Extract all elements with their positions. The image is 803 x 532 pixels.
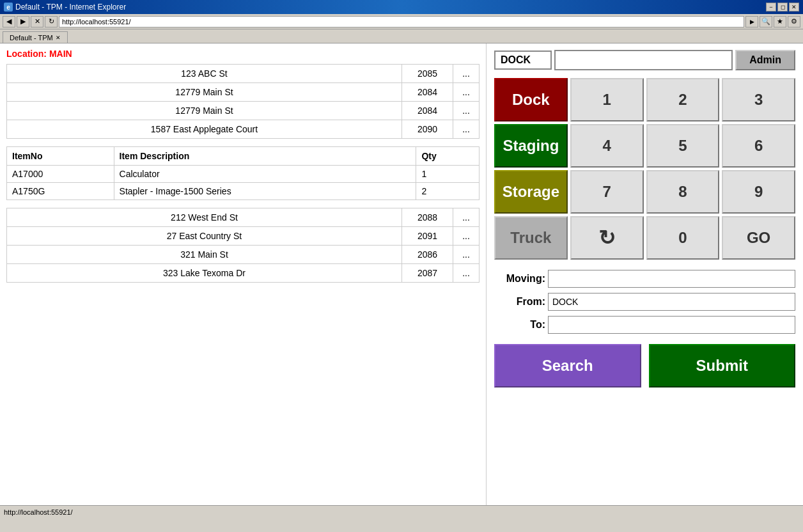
item-qty-cell: 1 <box>416 166 479 183</box>
key-9[interactable]: 9 <box>722 170 795 214</box>
key-go[interactable]: GO <box>722 216 795 260</box>
restore-button[interactable]: ◻ <box>777 3 788 12</box>
tab-close-button[interactable]: ✕ <box>56 35 61 41</box>
address-num: 2091 <box>402 227 453 245</box>
items-table: ItemNo Item Description Qty A17000 Calcu… <box>7 147 479 199</box>
moving-input[interactable] <box>548 270 795 288</box>
title-left: e Default - TPM - Internet Explorer <box>4 3 126 12</box>
address-go-button[interactable]: ▶ <box>745 16 758 27</box>
submit-button[interactable]: Submit <box>649 344 796 387</box>
back-button[interactable]: ◀ <box>3 16 15 27</box>
address-row: 212 West End St 2088 ... <box>7 208 479 227</box>
address-row: 123 ABC St 2085 ... <box>7 65 479 83</box>
address-dots-button[interactable]: ... <box>453 102 479 120</box>
address-row: 323 Lake Texoma Dr 2087 ... <box>7 264 479 282</box>
from-input[interactable] <box>548 293 795 311</box>
location-header: Location: MAIN <box>6 49 479 59</box>
content-area: Location: MAIN 123 ABC St 2085 ... 12779… <box>0 43 803 505</box>
items-table-header: ItemNo Item Description Qty <box>7 147 479 166</box>
window-controls[interactable]: − ◻ ✕ <box>766 3 799 12</box>
address-dots-button[interactable]: ... <box>453 120 479 138</box>
key-staging[interactable]: Staging <box>494 124 568 168</box>
address-num: 2084 <box>402 102 453 120</box>
bottom-address-list: 212 West End St 2088 ... 27 East Country… <box>6 208 479 283</box>
address-cell: 123 ABC St <box>7 65 402 82</box>
address-cell: 12779 Main St <box>7 83 402 101</box>
address-row: 27 East Country St 2091 ... <box>7 227 479 246</box>
address-input[interactable] <box>62 18 741 26</box>
address-num: 2088 <box>402 208 453 226</box>
address-bar[interactable] <box>59 16 744 27</box>
dock-row: Admin <box>494 50 795 70</box>
address-num: 2087 <box>402 264 453 282</box>
window-title-bar: e Default - TPM - Internet Explorer − ◻ … <box>0 0 803 14</box>
address-cell: 323 Lake Texoma Dr <box>7 264 402 282</box>
address-dots-button[interactable]: ... <box>453 65 479 82</box>
items-table-wrap: ItemNo Item Description Qty A17000 Calcu… <box>6 146 479 200</box>
tab-bar: Default - TPM ✕ <box>0 29 803 43</box>
address-row: 12779 Main St 2084 ... <box>7 83 479 102</box>
item-desc-cell: Calculator <box>114 166 416 183</box>
key-7[interactable]: 7 <box>570 170 644 214</box>
refresh-button[interactable]: ↻ <box>45 16 58 27</box>
location-value: MAIN <box>49 49 72 59</box>
address-row: 1587 East Applegate Court 2090 ... <box>7 120 479 138</box>
ie-icon: e <box>4 3 13 12</box>
minimize-button[interactable]: − <box>766 3 776 12</box>
settings-icon[interactable]: ⚙ <box>788 16 800 27</box>
dock-secondary-input[interactable] <box>554 50 733 70</box>
stop-button[interactable]: ✕ <box>31 16 43 27</box>
from-label: From: <box>494 296 545 308</box>
address-num: 2086 <box>402 246 453 263</box>
item-no-cell: A1750G <box>7 183 114 200</box>
items-header-row: ItemNo Item Description Qty <box>7 147 479 166</box>
browser-tab[interactable]: Default - TPM ✕ <box>3 31 68 43</box>
address-dots-button[interactable]: ... <box>453 208 479 226</box>
key-6[interactable]: 6 <box>722 124 795 168</box>
address-dots-button[interactable]: ... <box>453 83 479 101</box>
moving-label: Moving: <box>494 273 545 285</box>
status-url: http://localhost:55921/ <box>4 508 73 516</box>
address-cell: 1587 East Applegate Court <box>7 120 402 138</box>
location-label: Location: <box>6 49 47 59</box>
dock-input[interactable] <box>494 51 552 70</box>
address-dots-button[interactable]: ... <box>453 227 479 245</box>
key-5[interactable]: 5 <box>646 124 720 168</box>
from-row: From: <box>494 293 795 311</box>
table-row: A1750G Stapler - Image-1500 Series 2 <box>7 183 479 200</box>
address-cell: 212 West End St <box>7 208 402 226</box>
col-description: Item Description <box>114 147 416 166</box>
search-icon[interactable]: 🔍 <box>760 16 772 27</box>
key-8[interactable]: 8 <box>646 170 720 214</box>
favorites-icon[interactable]: ★ <box>774 16 786 27</box>
key-dock[interactable]: Dock <box>494 78 568 121</box>
admin-button[interactable]: Admin <box>735 50 795 70</box>
key-storage[interactable]: Storage <box>494 170 568 214</box>
address-dots-button[interactable]: ... <box>453 264 479 282</box>
address-num: 2090 <box>402 120 453 138</box>
status-bar: http://localhost:55921/ <box>0 505 803 518</box>
key-0[interactable]: 0 <box>646 216 720 260</box>
to-input[interactable] <box>548 316 795 334</box>
key-2[interactable]: 2 <box>646 78 720 121</box>
close-button[interactable]: ✕ <box>789 3 799 12</box>
key-3[interactable]: 3 <box>722 78 795 121</box>
address-row: 12779 Main St 2084 ... <box>7 102 479 120</box>
address-cell: 12779 Main St <box>7 102 402 120</box>
key-1[interactable]: 1 <box>570 78 644 121</box>
right-panel: Admin Dock 1 2 3 Staging 4 5 6 Storage 7… <box>486 43 803 505</box>
forward-button[interactable]: ▶ <box>17 16 29 27</box>
key-backspace[interactable]: ↻ <box>570 216 644 260</box>
address-cell: 27 East Country St <box>7 227 402 245</box>
left-panel: Location: MAIN 123 ABC St 2085 ... 12779… <box>0 43 486 505</box>
window-title: Default - TPM - Internet Explorer <box>15 3 126 12</box>
key-4[interactable]: 4 <box>570 124 644 168</box>
key-truck[interactable]: Truck <box>494 216 568 260</box>
moving-row: Moving: <box>494 270 795 288</box>
toolbar: ◀ ▶ ✕ ↻ ▶ 🔍 ★ ⚙ <box>0 14 803 29</box>
address-num: 2085 <box>402 65 453 82</box>
bottom-buttons: Search Submit <box>494 344 795 387</box>
item-desc-cell: Stapler - Image-1500 Series <box>114 183 416 200</box>
search-button[interactable]: Search <box>494 344 641 387</box>
address-dots-button[interactable]: ... <box>453 246 479 263</box>
